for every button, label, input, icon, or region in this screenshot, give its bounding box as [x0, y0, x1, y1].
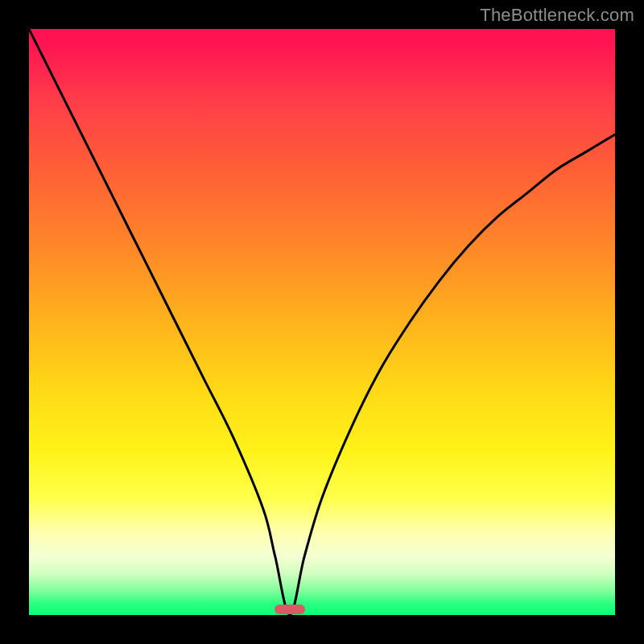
watermark-text: TheBottleneck.com	[480, 5, 634, 26]
optimal-point-marker	[275, 605, 305, 614]
plot-area	[29, 29, 615, 615]
bottleneck-curve-path	[29, 29, 615, 615]
chart-frame: TheBottleneck.com	[0, 0, 644, 644]
bottleneck-curve	[29, 29, 615, 615]
